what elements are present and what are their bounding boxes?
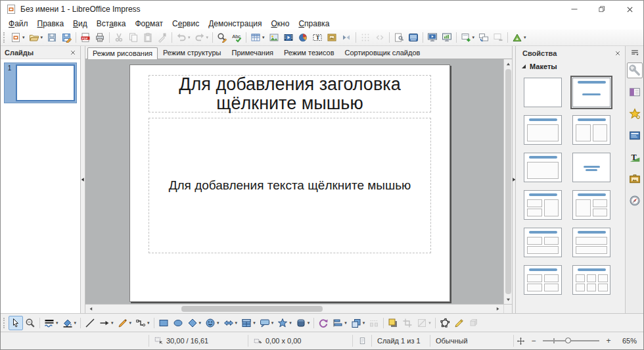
slide-canvas[interactable]: Для добавления заголовка щёлкните мышью … — [85, 59, 503, 304]
sidebar-tab-navigator[interactable] — [627, 193, 643, 209]
horizontal-scrollbar[interactable] — [85, 305, 503, 313]
image-button[interactable] — [267, 30, 281, 45]
layout-title-only[interactable] — [524, 153, 562, 182]
curve-button[interactable]: ▾ — [116, 316, 134, 330]
callouts-button[interactable]: ▾ — [258, 316, 276, 330]
redo-button[interactable]: ▾ — [193, 30, 211, 45]
media-button[interactable] — [281, 30, 296, 45]
scroll-left-button[interactable] — [87, 305, 95, 313]
layout-blank[interactable] — [524, 78, 562, 107]
layout-2top-1bottom[interactable] — [524, 228, 562, 257]
close-button[interactable] — [616, 1, 643, 18]
zoom-fit-button[interactable] — [514, 332, 528, 349]
menu-tools[interactable]: Сервис — [168, 18, 204, 29]
new-document-button[interactable]: ▾ — [9, 30, 27, 45]
layout-2left-1right[interactable] — [524, 190, 562, 220]
presentation-settings-button[interactable] — [440, 30, 454, 45]
cut-button[interactable] — [112, 30, 126, 45]
minimize-button[interactable] — [561, 1, 588, 18]
scroll-right-button[interactable] — [494, 305, 502, 313]
block-arrows-button[interactable]: ▾ — [221, 316, 240, 330]
menu-file[interactable]: Файл — [4, 18, 33, 29]
extrusion-button[interactable] — [467, 316, 481, 330]
sidebar-tab-gallery[interactable] — [627, 171, 643, 187]
copy-button[interactable] — [126, 30, 141, 45]
layout-centered[interactable] — [572, 153, 610, 182]
sidebar-tab-properties[interactable] — [627, 63, 643, 78]
grid-button[interactable] — [358, 30, 373, 45]
slides-list[interactable]: 1 — [1, 59, 80, 313]
zoom-slider[interactable] — [543, 340, 599, 341]
undo-button[interactable]: ▾ — [174, 30, 193, 45]
insert-frame-button[interactable] — [325, 30, 339, 45]
zoom-slider-knob[interactable] — [565, 338, 571, 343]
print-button[interactable] — [93, 30, 107, 45]
sidebar-tab-master-pages[interactable] — [627, 128, 643, 143]
slide-thumbnail-1[interactable]: 1 — [4, 63, 77, 103]
filter-button[interactable]: ▾ — [415, 316, 433, 330]
display-mode-button[interactable] — [406, 30, 421, 45]
menu-view[interactable]: Вид — [68, 18, 92, 29]
tab-notes[interactable]: Примечания — [227, 47, 279, 59]
layout-6grid[interactable] — [572, 265, 610, 295]
menu-format[interactable]: Формат — [130, 18, 168, 29]
align-button[interactable]: ▾ — [331, 316, 349, 330]
scroll-down-button[interactable] — [504, 295, 513, 303]
status-position[interactable]: 30,00 / 16,61 — [149, 332, 248, 349]
line-button[interactable] — [83, 316, 97, 330]
basic-shapes-button[interactable]: ▾ — [185, 316, 204, 330]
vertical-scrollbar-thumb[interactable] — [505, 69, 511, 294]
layout-title-sub[interactable] — [572, 78, 610, 107]
draw-functions-button[interactable]: ▾ — [510, 30, 528, 45]
left-panel-splitter[interactable] — [81, 46, 85, 313]
duplicate-slide-button[interactable] — [476, 30, 491, 45]
stars-button[interactable]: ▾ — [275, 316, 294, 330]
status-size[interactable]: 0,00 x 0,00 — [248, 332, 352, 349]
scroll-up-button[interactable] — [504, 60, 513, 68]
status-view-name[interactable]: Обычный — [430, 332, 513, 349]
zoom-out-button[interactable]: − — [530, 336, 537, 345]
slides-panel-close-button[interactable] — [70, 49, 76, 56]
layout-title-2col[interactable] — [572, 115, 610, 145]
slide-properties-button[interactable] — [392, 30, 406, 45]
rotate-button[interactable] — [316, 316, 331, 330]
restore-button[interactable] — [588, 1, 616, 18]
distribute-button[interactable] — [367, 316, 381, 330]
layouts-section-header[interactable]: Макеты — [516, 61, 625, 72]
sidebar-tab-styles[interactable]: T — [627, 149, 643, 165]
new-slide-button[interactable]: ▾ — [459, 30, 477, 45]
line-style-button[interactable]: ▾ — [42, 316, 60, 330]
menu-slideshow[interactable]: Демонстрация — [204, 18, 266, 29]
helplines-button[interactable] — [373, 30, 387, 45]
layout-title-content[interactable] — [524, 115, 562, 145]
crop-button[interactable] — [400, 316, 415, 330]
arrange-button[interactable]: ▾ — [349, 316, 367, 330]
tab-drawing[interactable]: Режим рисования — [87, 47, 158, 59]
connector-button[interactable]: ▾ — [133, 316, 152, 330]
tab-sorter[interactable]: Сортировщик слайдов — [340, 47, 426, 59]
layout-1left-2right[interactable] — [572, 190, 610, 220]
menu-window[interactable]: Окно — [266, 18, 294, 29]
symbol-shapes-button[interactable]: ▾ — [203, 316, 221, 330]
layout-1top-1bottom[interactable] — [572, 228, 610, 257]
presentation-button[interactable] — [425, 30, 440, 45]
tab-outline[interactable]: Режим структуры — [158, 47, 227, 59]
toolbar-drag-handle[interactable] — [3, 318, 6, 328]
select-button[interactable] — [9, 316, 23, 330]
zoom-tool-button[interactable] — [23, 316, 37, 330]
3d-objects-button[interactable]: ▾ — [294, 316, 312, 330]
toolbar-drag-handle[interactable] — [3, 32, 6, 43]
title-placeholder[interactable]: Для добавления заголовка щёлкните мышью — [149, 75, 431, 113]
flowchart-button[interactable]: ▾ — [239, 316, 258, 330]
layout-4grid[interactable] — [524, 265, 562, 295]
status-slide-info[interactable]: Слайд 1 из 1 — [372, 332, 430, 349]
menu-insert[interactable]: Вставка — [92, 18, 131, 29]
sidebar-tab-transition[interactable] — [627, 84, 643, 100]
rect-shape-button[interactable] — [156, 316, 171, 330]
text-box-button[interactable]: T — [310, 30, 325, 45]
slide-page[interactable]: Для добавления заголовка щёлкните мышью … — [129, 64, 450, 302]
fill-color-button[interactable]: ▾ — [60, 316, 79, 330]
menu-edit[interactable]: Правка — [33, 18, 69, 29]
clone-formatting-button[interactable] — [155, 30, 170, 45]
menu-help[interactable]: Справка — [294, 18, 334, 29]
